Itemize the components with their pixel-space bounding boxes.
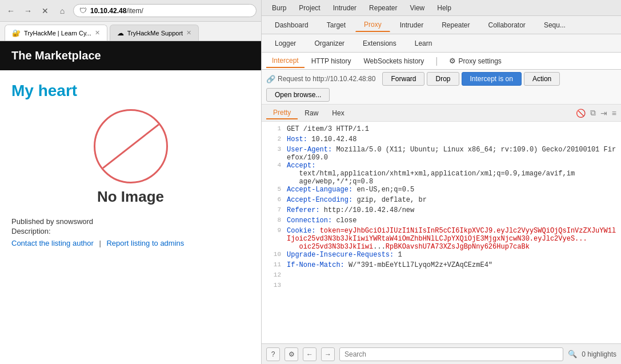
tab-support-favicon: ☁ [117, 29, 124, 37]
page-content: The Marketplace My heart No Image Publis… [0, 41, 261, 364]
address-bar[interactable]: 🛡 10.10.42.48/item/ [73, 4, 257, 17]
tab-favicon: 🔐 [12, 29, 21, 37]
home-button[interactable]: ⌂ [56, 5, 69, 17]
proxy-tab-intercept[interactable]: Intercept [266, 54, 305, 68]
report-listing-link[interactable]: Report listing to admins [106, 239, 184, 247]
reload-button[interactable]: ✕ [39, 5, 51, 17]
left-panel: ← → ✕ ⌂ 🛡 10.10.42.48/item/ 🔐 TryHackMe … [0, 0, 262, 364]
action-button[interactable]: Action [524, 72, 560, 86]
request-line-6: 6 Accept-Encoding: gzip, deflate, br [262, 196, 621, 206]
request-line-7: 7 Referer: http://10.10.42.48/new [262, 206, 621, 217]
menu-repeater[interactable]: Repeater [363, 3, 403, 13]
proxy-settings-btn[interactable]: ⚙ Proxy settings [443, 54, 507, 67]
link-separator: | [99, 239, 101, 247]
request-line-8: 8 Connection: close [262, 217, 621, 227]
tab-divider: | [435, 56, 438, 66]
tab-intruder[interactable]: Intruder [391, 18, 432, 32]
page-title: The Marketplace [11, 49, 101, 62]
search-icon: 🔍 [568, 350, 577, 358]
contact-author-link[interactable]: Contact the listing author [11, 239, 94, 247]
settings-button[interactable]: ⚙ [285, 347, 298, 361]
description-label: Description: [11, 227, 250, 235]
forward-button[interactable]: → [22, 5, 34, 17]
intercept-toggle-button[interactable]: Intercept is on [462, 72, 522, 86]
request-line-3: 3 User-Agent: Mozilla/5.0 (X11; Ubuntu; … [262, 146, 621, 162]
tab-label: TryHackMe | Learn Cy... [24, 30, 91, 37]
item-title-link[interactable]: My heart [11, 82, 250, 100]
viewer-tab-pretty[interactable]: Pretty [266, 107, 298, 119]
tab-close-button[interactable]: ✕ [95, 29, 100, 37]
viewer-tab-hex[interactable]: Hex [325, 107, 351, 119]
intercept-toolbar: 🔗 Request to http://10.10.42.48:80 Forwa… [262, 70, 621, 105]
request-label-text: Request to http://10.10.42.48:80 [278, 75, 375, 83]
proxy-tab-http-history[interactable]: HTTP history [306, 55, 357, 67]
tab-learn[interactable]: Learn [406, 37, 441, 50]
item-meta: Published by snowsword Description: [11, 217, 250, 235]
tab-repeater[interactable]: Repeater [433, 18, 478, 32]
tab-collaborator[interactable]: Collaborator [480, 18, 534, 32]
search-input[interactable] [339, 347, 563, 361]
menu-view[interactable]: View [404, 3, 430, 13]
request-line-12: 12 [262, 271, 621, 282]
no-image-icon [94, 109, 168, 183]
request-body: 1 GET /item/3 HTTP/1.1 2 Host: 10.10.42.… [262, 122, 621, 343]
drop-button[interactable]: Drop [427, 72, 459, 86]
address-text: 10.10.42.48/item/ [90, 7, 143, 15]
menu-intruder[interactable]: Intruder [327, 3, 362, 13]
tab-dashboard[interactable]: Dashboard [266, 18, 317, 32]
help-button[interactable]: ? [266, 347, 280, 361]
request-line-10: 10 Upgrade-Insecure-Requests: 1 [262, 251, 621, 261]
back-button[interactable]: ← [5, 5, 17, 17]
viewer-tab-raw[interactable]: Raw [298, 107, 325, 119]
gear-icon: ⚙ [449, 57, 456, 65]
request-line-5: 5 Accept-Language: en-US,en;q=0.5 [262, 186, 621, 196]
tab-target[interactable]: Target [318, 18, 354, 32]
request-line-9: 9 Cookie: token=eyJhbGciOiJIUzI1NiIsInR5… [262, 227, 621, 251]
indent-icon[interactable]: ⇥ [600, 109, 607, 118]
item-links: Contact the listing author | Report list… [11, 239, 250, 247]
request-label: 🔗 Request to http://10.10.42.48:80 [266, 75, 375, 83]
request-line-4: 4 Accept: text/html,application/xhtml+xm… [262, 162, 621, 186]
no-format-icon[interactable]: 🚫 [576, 109, 586, 118]
viewer-tabs: Pretty Raw Hex 🚫 ⧉ ⇥ ≡ [262, 105, 621, 122]
proxy-tab-websockets[interactable]: WebSockets history [358, 55, 430, 67]
address-path: /item/ [126, 7, 143, 15]
burp-menubar: Burp Project Intruder Repeater View Help [262, 0, 621, 16]
forward-button[interactable]: Forward [382, 72, 424, 86]
menu-icon[interactable]: ≡ [612, 109, 616, 118]
tab-organizer[interactable]: Organizer [306, 37, 353, 50]
request-line-2: 2 Host: 10.10.42.48 [262, 135, 621, 146]
forward-nav-button[interactable]: → [321, 347, 335, 361]
request-line-1: 1 GET /item/3 HTTP/1.1 [262, 125, 621, 135]
tab-support-close[interactable]: ✕ [186, 29, 191, 37]
request-viewer: Pretty Raw Hex 🚫 ⧉ ⇥ ≡ 1 GET /item/3 HTT… [262, 105, 621, 343]
request-line-13: 13 [262, 282, 621, 292]
request-line-11: 11 If-None-Match: W/"391-mbEeYtLl7LyqoM2… [262, 261, 621, 271]
no-image-container: No Image [11, 109, 250, 206]
no-image-label: No Image [94, 188, 168, 206]
highlights-badge: 0 highlights [582, 350, 616, 358]
open-browser-button[interactable]: Open browse... [266, 88, 330, 102]
menu-project[interactable]: Project [293, 3, 326, 13]
menu-burp[interactable]: Burp [266, 3, 292, 13]
publisher-text: Published by snowsword [11, 217, 250, 226]
tab-tryhackme[interactable]: 🔐 TryHackMe | Learn Cy... ✕ [5, 25, 107, 41]
copy-icon[interactable]: ⧉ [590, 108, 596, 118]
menu-help[interactable]: Help [431, 3, 457, 13]
page-body: My heart No Image Published by snowsword… [0, 70, 261, 364]
tab-proxy[interactable]: Proxy [355, 18, 390, 32]
tab-support[interactable]: ☁ TryHackMe Support ✕ [110, 25, 199, 41]
tab-support-label: TryHackMe Support [127, 30, 183, 37]
back-nav-button[interactable]: ← [303, 347, 316, 361]
browser-bar: ← → ✕ ⌂ 🛡 10.10.42.48/item/ [0, 0, 261, 22]
burp-suite-panel: Burp Project Intruder Repeater View Help… [262, 0, 621, 364]
viewer-icons: 🚫 ⧉ ⇥ ≡ [576, 108, 616, 118]
burp-sub-tabs: Logger Organizer Extensions Learn [262, 34, 621, 53]
proxy-tabs: Intercept HTTP history WebSockets histor… [262, 53, 621, 70]
tab-extensions[interactable]: Extensions [354, 37, 405, 50]
address-bold: 10.10.42.48 [90, 7, 126, 15]
tab-logger[interactable]: Logger [266, 37, 305, 50]
burp-main-tabs: Dashboard Target Proxy Intruder Repeater… [262, 16, 621, 34]
page-header: The Marketplace [0, 41, 261, 70]
tab-sequ[interactable]: Sequ... [535, 18, 574, 32]
